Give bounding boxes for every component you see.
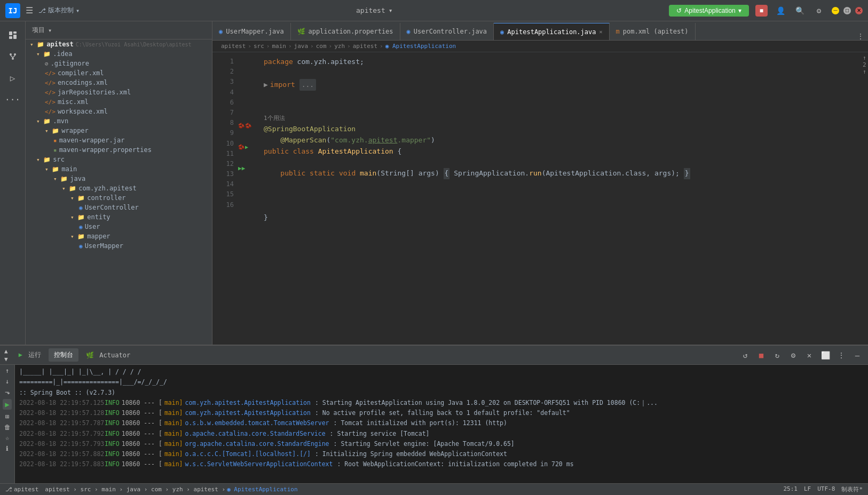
svg-rect-3 — [9, 36, 12, 39]
stop-button[interactable]: ■ — [755, 5, 768, 17]
tree-item-entity-folder[interactable]: ▾ 📁 entity — [26, 212, 212, 222]
tree-item-maven-jar[interactable]: ▪ maven-wrapper.jar — [26, 135, 212, 145]
bottom-run-icon[interactable]: ▶ — [3, 399, 11, 410]
tree-item-apitest[interactable]: ▾ 📁 apitest C:\Users\Yuzoi Asahi\Desktop… — [26, 39, 212, 49]
tree-label-package: com.yzh.apitest — [78, 185, 136, 192]
code-line-13 — [264, 190, 861, 202]
settings-icon[interactable]: ⚙ — [812, 4, 825, 17]
tree-label-misc: misc.xml — [58, 98, 89, 106]
vcs-chevron-icon: ▾ — [76, 7, 80, 14]
close-button[interactable]: ✕ — [855, 7, 863, 14]
run-button[interactable]: ↺ ApitestApplication ▾ — [669, 5, 748, 17]
tree-item-wrapper[interactable]: ▾ 📁 wrapper — [26, 126, 212, 135]
tree-item-jarrepositories[interactable]: </> jarRepositories.xml — [26, 87, 212, 97]
menu-button[interactable]: ☰ — [26, 5, 33, 15]
tree-item-src[interactable]: ▾ 📁 src — [26, 155, 212, 164]
run-button-label: ApitestApplication — [684, 7, 735, 14]
bottom-info-icon[interactable]: ℹ — [6, 445, 9, 452]
collapse-panel-icon[interactable]: — — [851, 349, 864, 362]
code-line-3: ▶ import ... — [264, 79, 861, 91]
bottom-wrap-icon[interactable]: ⬎ — [5, 388, 10, 396]
refresh-icon[interactable]: ↻ — [771, 349, 784, 362]
status-encoding[interactable]: UTF-8 — [817, 485, 835, 493]
tree-label-entity-folder: entity — [87, 213, 110, 221]
tree-item-misc[interactable]: </> misc.xml — [26, 97, 212, 107]
status-src-path[interactable]: apitest › src › main › java › com › yzh … — [45, 486, 297, 493]
activity-more[interactable]: ··· — [3, 90, 22, 109]
bottom-down-icon[interactable]: ↓ — [5, 378, 9, 385]
code-content[interactable]: package com.yzh.apitest; ▶ import ... — [255, 52, 861, 345]
status-position[interactable]: 25:1 — [784, 485, 798, 493]
editor-scrollbar[interactable]: ↑ 2 ↑ — [861, 52, 868, 345]
status-git[interactable]: ⎇ apitest — [5, 486, 38, 493]
profile-icon[interactable]: 👤 — [774, 4, 787, 17]
run-gutter-icon-line9[interactable]: ▶ — [245, 143, 248, 151]
title-chevron-icon: ▾ — [389, 6, 393, 14]
tab-pom[interactable]: m pom.xml (apitest) — [610, 23, 696, 40]
tree-item-mapper-folder[interactable]: ▾ 📁 mapper — [26, 231, 212, 241]
more-panel-icon[interactable]: ⋮ — [835, 349, 848, 362]
scroll-up-icon[interactable]: ▲ — [4, 348, 8, 355]
minimize-button[interactable]: ─ — [832, 7, 839, 14]
vcs-button[interactable]: ⎇ 版本控制 ▾ — [38, 6, 80, 15]
tree-item-maven-prop[interactable]: ▪ maven-wrapper.properties — [26, 145, 212, 155]
tree-item-user[interactable]: ◉ User — [26, 222, 212, 231]
import-fold-icon[interactable]: ▶ — [264, 79, 268, 91]
tree-item-usermapper[interactable]: ◉ UserMapper — [26, 241, 212, 251]
scroll-down-icon[interactable]: ▼ — [4, 356, 8, 363]
tree-item-usercontroller[interactable]: ◉ UserController — [26, 203, 212, 212]
settings-console-icon[interactable]: ⚙ — [787, 349, 800, 362]
activity-run-debug[interactable]: ▷ — [3, 68, 22, 87]
expand-panel-icon[interactable]: ⬜ — [819, 349, 832, 362]
tree-item-gitignore[interactable]: ⊘ .gitignore — [26, 59, 212, 68]
tree-item-package[interactable]: ▾ 📁 com.yzh.apitest — [26, 183, 212, 193]
tree-item-idea[interactable]: ▾ 📁 .idea — [26, 49, 212, 59]
close-panel-icon[interactable]: ✕ — [803, 349, 816, 362]
tree-item-java[interactable]: ▾ 📁 java — [26, 174, 212, 183]
tab-close-icon[interactable]: ✕ — [599, 29, 602, 35]
search-icon[interactable]: 🔍 — [793, 4, 806, 17]
console-output[interactable]: |_____| |___|_| |_|\__, | / / / / ======… — [15, 365, 868, 483]
folder-icon-main: ▾ 📁 — [45, 166, 59, 173]
folder-icon-mapper: ▾ 📁 — [70, 233, 85, 240]
code-line-9: public class ApitestApplication { — [264, 146, 861, 157]
code-editor[interactable]: 1 2 3 4 6 7 8 9 10 11 12 13 14 15 16 — [212, 52, 868, 345]
bottom-report-icon[interactable]: ⊞ — [5, 413, 9, 420]
run-tab-label: 运行 — [28, 351, 41, 358]
tree-item-workspace[interactable]: </> workspace.xml — [26, 107, 212, 116]
bottom-bookmark-icon[interactable]: ☆ — [5, 434, 9, 442]
tree-item-mvn[interactable]: ▾ 📁 .mvn — [26, 116, 212, 126]
bottom-tab-console[interactable]: 控制台 — [49, 348, 78, 362]
xml-file-icon2: </> — [45, 79, 56, 86]
stop-console-icon[interactable]: ■ — [755, 349, 768, 362]
tree-path-apitest: C:\Users\Yuzoi Asahi\Desktop\apitest — [76, 42, 192, 47]
tab-more-button[interactable]: ⋮ — [853, 33, 868, 40]
maximize-button[interactable]: □ — [843, 7, 851, 14]
bottom-tab-run[interactable]: ▶ 运行 — [13, 348, 46, 362]
tab-usermapper[interactable]: ◉ UserMapper.java — [212, 23, 291, 40]
bottom-up-icon[interactable]: ↑ — [5, 367, 9, 374]
activity-explorer[interactable] — [3, 26, 22, 45]
bottom-delete-icon[interactable]: 🗑 — [4, 424, 11, 431]
tree-label-wrapper: wrapper — [61, 127, 89, 134]
tree-item-compiler[interactable]: </> compiler.xml — [26, 68, 212, 78]
tab-usercontroller[interactable]: ◉ UserController.java — [400, 23, 494, 40]
status-lf[interactable]: LF — [804, 485, 811, 493]
run-gutter-icon-line11[interactable]: ▶ — [238, 164, 242, 173]
tree-label-compiler: compiler.xml — [58, 69, 104, 77]
tree-item-main[interactable]: ▾ 📁 main — [26, 164, 212, 174]
tab-apitestapplication[interactable]: ◉ ApitestApplication.java ✕ — [494, 23, 609, 40]
tab-application[interactable]: 🌿 application.properties — [291, 23, 400, 40]
run-gutter-icon2-line11[interactable]: ▶ — [242, 164, 246, 173]
code-line-8: @MapperScan("com.yzh.apitest.mapper") — [264, 135, 861, 146]
breadcrumb-item-java: java — [294, 43, 309, 50]
restart-icon[interactable]: ↺ — [739, 349, 752, 362]
activity-git[interactable] — [3, 47, 22, 66]
breadcrumb-item-com: com — [316, 43, 327, 50]
status-filetype[interactable]: 制表符* — [841, 485, 863, 493]
bottom-tab-actuator[interactable]: 🌿 Actuator — [81, 349, 136, 361]
bottom-panel-tabs: ▲ ▼ ▶ 运行 控制台 🌿 Actuator ↺ ■ ↻ ⚙ ✕ ⬜ ⋮ — [0, 346, 868, 365]
tree-item-encodings[interactable]: </> encodings.xml — [26, 78, 212, 87]
svg-line-7 — [11, 55, 13, 58]
tree-item-controller-folder[interactable]: ▾ 📁 controller — [26, 193, 212, 203]
